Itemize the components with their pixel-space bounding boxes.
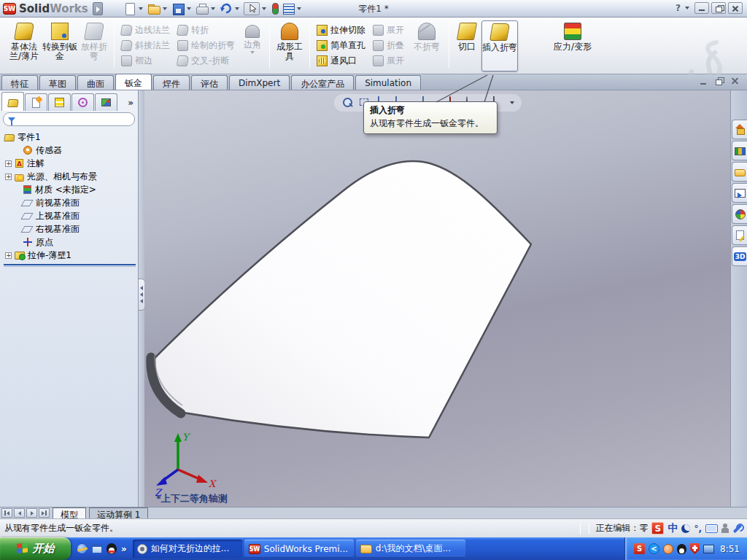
rip-button[interactable]: 切口 (452, 20, 481, 52)
doc-close-button[interactable] (729, 76, 741, 87)
minimize-button[interactable] (694, 2, 709, 14)
scene-dropdown-icon[interactable] (510, 101, 514, 104)
prev-tab-button[interactable] (14, 508, 25, 518)
custom-properties-tab[interactable] (732, 225, 747, 245)
menu-expand-arrow-icon[interactable] (93, 2, 103, 15)
taskbar-task-solidworks[interactable]: SW SolidWorks Premi... (244, 540, 354, 558)
tab-sketch[interactable]: 草图 (39, 75, 76, 90)
view-palette-tab[interactable] (732, 183, 747, 203)
tray-back-icon[interactable]: < (649, 543, 659, 554)
solidworks-resources-tab[interactable] (732, 120, 747, 139)
ime-fullwidth-icon[interactable] (681, 524, 690, 533)
close-button[interactable] (728, 2, 743, 14)
expander-icon[interactable]: + (5, 174, 12, 180)
options-icon[interactable] (282, 2, 295, 15)
qq-icon[interactable] (107, 543, 117, 554)
tree-item-sensors[interactable]: 传感器 (3, 144, 138, 157)
ime-settings-wrench-icon[interactable] (733, 524, 743, 533)
tree-item-lights[interactable]: + 光源、相机与布景 (3, 170, 138, 183)
doc-minimize-button[interactable] (698, 76, 711, 87)
options-dropdown-icon[interactable] (297, 7, 301, 10)
show-desktop-icon[interactable] (92, 544, 102, 553)
rollback-bar[interactable] (4, 264, 136, 267)
print-dropdown-icon[interactable] (211, 7, 215, 10)
tree-item-top-plane[interactable]: 上视基准面 (3, 209, 138, 222)
model-tab[interactable]: 模型 (53, 508, 86, 518)
new-document-icon[interactable] (123, 2, 136, 15)
save-icon[interactable] (171, 2, 185, 15)
tray-qq-icon[interactable] (677, 544, 686, 554)
tray-display-icon[interactable] (703, 545, 714, 553)
tree-item-front-plane[interactable]: 前视基准面 (3, 196, 138, 209)
start-button[interactable]: 开始 (0, 537, 71, 560)
vent-button[interactable]: 通风口 (313, 53, 369, 69)
file-explorer-tab[interactable] (732, 162, 747, 182)
new-dropdown-icon[interactable] (139, 7, 143, 10)
propertymanager-tab[interactable] (25, 93, 47, 111)
tray-wangwang-icon[interactable] (663, 544, 673, 554)
ime-sogou-icon[interactable]: S (651, 522, 664, 534)
base-flange-button[interactable]: 基体法兰/薄片 (6, 20, 42, 61)
motion-study-tab[interactable]: 运动算例 1 (89, 508, 148, 518)
ime-keyboard-icon[interactable] (705, 524, 718, 533)
tab-surfaces[interactable]: 曲面 (77, 75, 114, 90)
undo-icon[interactable] (220, 2, 233, 15)
internet-explorer-icon[interactable] (77, 543, 88, 554)
ime-language-toggle[interactable]: 中 (667, 522, 678, 535)
last-tab-button[interactable] (39, 508, 50, 518)
insert-bends-button[interactable]: 插入折弯 (481, 20, 518, 71)
help-button[interactable]: ? (676, 3, 681, 13)
extruded-cut-button[interactable]: 拉伸切除 (313, 23, 369, 38)
zoom-fit-icon[interactable] (341, 97, 354, 109)
expander-icon[interactable]: + (5, 252, 12, 259)
doc-restore-button[interactable] (713, 76, 726, 87)
next-tab-button[interactable] (26, 508, 37, 518)
displaymanager-tab[interactable] (95, 93, 117, 111)
tab-sheet-metal[interactable]: 钣金 (115, 74, 152, 90)
graphics-viewport[interactable]: 插入折弯 从现有零件生成一钣金零件。 Y X Z *上下二等角轴测 (144, 90, 730, 507)
undo-dropdown-icon[interactable] (235, 7, 239, 10)
ime-statue-icon[interactable] (721, 524, 729, 533)
tab-office-products[interactable]: 办公室产品 (291, 75, 354, 90)
part-face[interactable] (150, 161, 531, 438)
tab-features[interactable]: 特征 (1, 75, 38, 90)
expander-icon[interactable]: + (5, 160, 12, 167)
tree-item-material[interactable]: 材质 <未指定> (3, 183, 138, 196)
open-dropdown-icon[interactable] (163, 7, 167, 10)
tree-item-annotations[interactable]: + A 注解 (3, 157, 138, 170)
open-icon[interactable] (147, 2, 160, 15)
first-tab-button[interactable] (1, 508, 12, 518)
tree-item-right-plane[interactable]: 右视基准面 (3, 222, 138, 236)
convert-to-sheet-metal-button[interactable]: 转换到钣金 (42, 20, 77, 61)
appearances-scenes-tab[interactable] (732, 204, 747, 224)
tree-item-origin[interactable]: 原点 (3, 236, 138, 249)
design-library-tab[interactable] (732, 141, 747, 160)
panel-splitter[interactable] (139, 90, 144, 507)
taskbar-task-browser[interactable]: 如何对无折边的拉... (133, 540, 242, 558)
ime-punctuation-toggle[interactable]: °, (694, 524, 702, 534)
quick-launch-more-chevron[interactable]: » (121, 544, 127, 554)
tab-weldments[interactable]: 焊件 (153, 75, 190, 90)
taskbar-task-explorer[interactable]: d:\我的文档\桌面... (356, 540, 465, 558)
sheet-metal-part[interactable] (144, 90, 730, 507)
tree-item-extrude-thin[interactable]: + 拉伸-薄壁1 (3, 249, 138, 262)
tab-evaluate[interactable]: 评估 (191, 75, 228, 90)
select-dropdown-icon[interactable] (262, 7, 266, 10)
tray-security-shield-icon[interactable] (690, 543, 700, 554)
tree-filter-input[interactable] (18, 115, 130, 124)
configurationmanager-tab[interactable] (48, 93, 71, 111)
restore-button[interactable] (711, 2, 726, 14)
save-dropdown-icon[interactable] (187, 7, 191, 10)
3d-content-tab[interactable]: 3D (732, 246, 747, 266)
tab-simulation[interactable]: Simulation (355, 75, 421, 90)
forming-tool-button[interactable]: 成形工具 (273, 20, 306, 61)
select-tool-icon[interactable] (244, 2, 260, 15)
tray-sogou-icon[interactable]: S (634, 543, 645, 554)
print-icon[interactable] (196, 2, 209, 15)
dimxpertmanager-tab[interactable] (71, 93, 94, 111)
panel-expand-chevron[interactable]: » (128, 98, 136, 111)
selection-filter-icon[interactable] (272, 3, 279, 15)
featuremanager-tree-tab[interactable] (1, 92, 24, 111)
tab-dimxpert[interactable]: DimXpert (229, 75, 290, 90)
help-dropdown-icon[interactable] (685, 7, 689, 9)
